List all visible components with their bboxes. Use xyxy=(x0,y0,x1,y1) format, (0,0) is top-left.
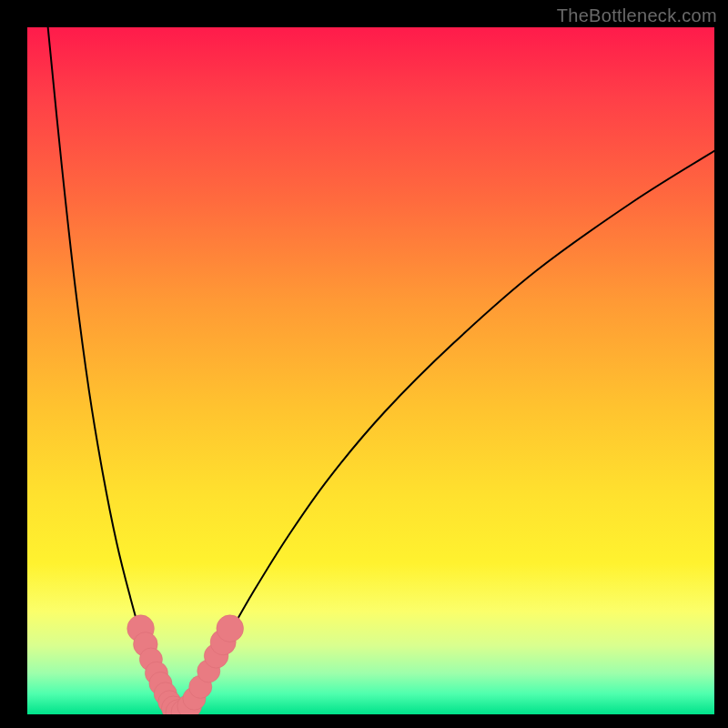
chart-svg xyxy=(27,27,714,714)
watermark-text: TheBottleneck.com xyxy=(557,5,717,26)
right-branch-curve xyxy=(180,151,714,714)
data-marker xyxy=(217,615,244,642)
chart-frame: TheBottleneck.com xyxy=(0,0,728,728)
marker-group xyxy=(127,615,244,714)
curve-group xyxy=(48,27,714,714)
left-branch-curve xyxy=(48,27,181,714)
plot-area xyxy=(27,27,714,714)
